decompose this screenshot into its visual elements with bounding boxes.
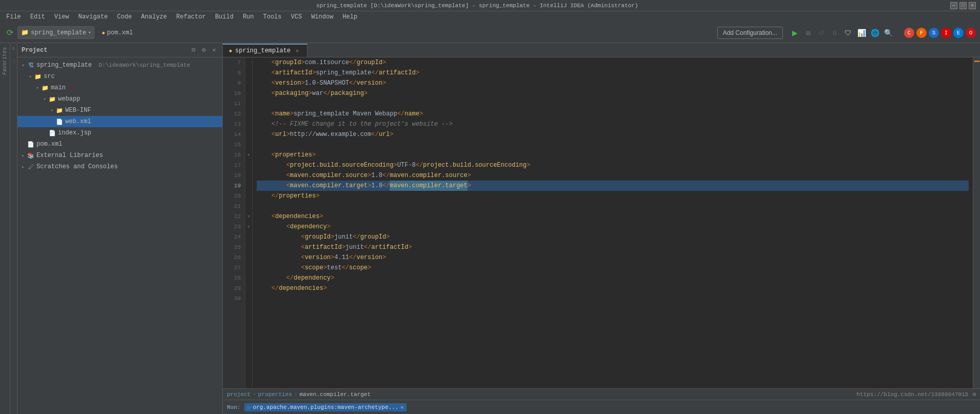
tree-item-ext-libs[interactable]: ▸ 📚 External Libraries bbox=[17, 150, 222, 161]
code-line-23: <dependency> bbox=[257, 222, 969, 232]
fold-space-17 bbox=[245, 160, 252, 170]
line-num-17: 17 bbox=[234, 160, 241, 170]
chrome-icon[interactable]: C bbox=[904, 28, 914, 38]
menu-code[interactable]: Code bbox=[113, 12, 136, 22]
tree-item-web-xml[interactable]: 📄 web.xml bbox=[17, 116, 222, 127]
tree-label-webapp: webapp bbox=[58, 95, 80, 103]
add-configuration-button[interactable]: Add Configuration... bbox=[717, 27, 783, 39]
menu-help[interactable]: Help bbox=[338, 12, 361, 22]
tab-close-btn[interactable]: ✕ bbox=[294, 47, 301, 54]
code-line-8: <artifactId>spring_template</artifactId> bbox=[257, 68, 969, 78]
editor-tab-spring-template[interactable]: ◆ spring_template ✕ bbox=[223, 44, 308, 57]
tree-label-main: main bbox=[51, 84, 66, 91]
favorites-bar: Favorites bbox=[0, 43, 10, 414]
run-close-btn[interactable]: ✕ bbox=[400, 404, 403, 410]
menu-tools[interactable]: Tools bbox=[259, 12, 286, 22]
fold-space-20 bbox=[245, 191, 252, 201]
minimize-btn[interactable]: ─ bbox=[950, 2, 957, 9]
collapse-all-btn[interactable]: ⊟ bbox=[189, 46, 198, 54]
open-browser-button[interactable]: 🌐 bbox=[869, 27, 880, 38]
fold-space-14 bbox=[245, 129, 252, 140]
fold-space-7 bbox=[245, 57, 252, 68]
coverage-button[interactable]: 🛡 bbox=[842, 27, 854, 38]
fold-btn-22[interactable]: ▿ bbox=[245, 211, 252, 222]
run-label: Run: bbox=[227, 404, 240, 410]
tree-item-webapp[interactable]: ▾ 📁 webapp bbox=[17, 93, 222, 105]
fold-btn-16[interactable]: ▿ bbox=[245, 150, 252, 160]
project-selector[interactable]: 📁 spring_template ▾ bbox=[17, 26, 94, 39]
menu-edit[interactable]: Edit bbox=[26, 12, 49, 22]
code-line-10: <packaging>war</packaging> bbox=[257, 88, 969, 98]
title-bar-controls[interactable]: ─ □ ✕ bbox=[950, 2, 976, 9]
search-everywhere-button[interactable]: 🔍 bbox=[882, 27, 894, 38]
tree-label-ext-libs: External Libraries bbox=[36, 152, 103, 159]
tree-label-pom: pom.xml bbox=[36, 141, 62, 148]
webapp-folder-icon: 📁 bbox=[48, 95, 56, 103]
project-label: spring_template bbox=[31, 29, 86, 36]
code-content[interactable]: <groupId>com.itsource</groupId> <artifac… bbox=[253, 57, 973, 388]
menu-analyze[interactable]: Analyze bbox=[137, 12, 171, 22]
fold-gutter: ▿ ▿ ▿ bbox=[245, 57, 253, 388]
editor-area: ◆ spring_template ✕ 7 8 9 10 11 12 13 14… bbox=[223, 43, 980, 414]
close-btn[interactable]: ✕ bbox=[969, 2, 976, 9]
fold-space-29 bbox=[245, 283, 252, 293]
opera-icon[interactable]: O bbox=[966, 28, 976, 38]
tree-item-index-jsp[interactable]: 📄 index.jsp bbox=[17, 127, 222, 139]
web-xml-icon: 📄 bbox=[55, 117, 64, 126]
menu-build[interactable]: Build bbox=[211, 12, 238, 22]
menu-run[interactable]: Run bbox=[239, 12, 258, 22]
menu-bar: File Edit View Navigate Code Analyze Ref… bbox=[0, 11, 980, 23]
project-panel: Project ⊟ ⚙ ✕ ▾ 🏗 spring_template D:\ide… bbox=[17, 43, 223, 414]
project-icon: 📁 bbox=[21, 29, 29, 36]
favorites-item[interactable]: Favorites bbox=[1, 43, 9, 79]
project-view-icon[interactable]: 1 bbox=[11, 45, 17, 51]
ie-icon[interactable]: I bbox=[941, 28, 951, 38]
menu-navigate[interactable]: Navigate bbox=[74, 12, 112, 22]
update-project-icon[interactable]: ⟳ bbox=[4, 27, 15, 38]
tree-label-web-xml: web.xml bbox=[65, 118, 91, 125]
tree-item-main[interactable]: ▾ 📁 main ← bbox=[17, 82, 222, 93]
stop-button[interactable]: ⏹ bbox=[802, 27, 814, 38]
gutter-indicator bbox=[974, 61, 979, 62]
tree-item-scratches[interactable]: ▸ 🖊 Scratches and Consoles bbox=[17, 161, 222, 172]
line-num-27: 27 bbox=[234, 263, 241, 273]
safari-icon[interactable]: S bbox=[929, 28, 939, 38]
edge-icon[interactable]: E bbox=[953, 28, 964, 38]
menu-window[interactable]: Window bbox=[307, 12, 337, 22]
menu-file[interactable]: File bbox=[2, 12, 25, 22]
line-num-16: 16 bbox=[234, 150, 241, 160]
main-folder-icon: 📁 bbox=[41, 84, 49, 92]
fold-btn-23[interactable]: ▿ bbox=[245, 222, 252, 232]
pom-tab[interactable]: ◆ pom.xml bbox=[99, 27, 136, 38]
maximize-btn[interactable]: □ bbox=[959, 2, 967, 9]
structure-icon[interactable]: ⋮ bbox=[11, 57, 17, 64]
tree-item-spring-template[interactable]: ▾ 🏗 spring_template D:\ideaWork\spring_t… bbox=[17, 60, 222, 71]
menu-refactor[interactable]: Refactor bbox=[172, 12, 210, 22]
tree-item-pom[interactable]: 📄 pom.xml bbox=[17, 139, 222, 150]
code-line-25: <artifactId>junit</artifactId> bbox=[257, 242, 969, 252]
profile-button[interactable]: 📊 bbox=[856, 27, 867, 38]
line-num-22: 22 bbox=[234, 211, 241, 222]
menu-view[interactable]: View bbox=[50, 12, 73, 22]
close-panel-btn[interactable]: ✕ bbox=[210, 46, 218, 54]
rerun-button[interactable]: ↺ bbox=[816, 27, 827, 38]
breadcrumb-project[interactable]: project bbox=[227, 391, 251, 398]
code-line-24: <groupId>junit</groupId> bbox=[257, 232, 969, 242]
line-num-7: 7 bbox=[237, 57, 241, 68]
settings-icon[interactable]: ⚙ bbox=[972, 391, 976, 398]
settings-btn[interactable]: ⚙ bbox=[200, 46, 208, 54]
tree-arrow-ext-libs: ▸ bbox=[20, 152, 27, 159]
code-line-22: <dependencies> bbox=[257, 211, 969, 222]
pause-button[interactable]: ⏸ bbox=[829, 27, 840, 38]
tree-item-web-inf[interactable]: ▾ 📁 WEB-INF bbox=[17, 105, 222, 116]
firefox-icon[interactable]: F bbox=[916, 28, 927, 38]
run-button[interactable]: ▶ bbox=[789, 27, 800, 38]
menu-vcs[interactable]: VCS bbox=[287, 12, 306, 22]
tree-item-src[interactable]: ▾ 📁 src bbox=[17, 71, 222, 82]
toolbar: ⟳ 📁 spring_template ▾ ◆ pom.xml Add Conf… bbox=[0, 23, 980, 43]
run-process[interactable]: ▷ org.apache.maven.plugins:maven-archety… bbox=[244, 403, 407, 411]
tree-arrow: ▾ bbox=[20, 62, 27, 69]
breadcrumb-properties[interactable]: properties bbox=[258, 391, 292, 398]
tab-label: spring_template bbox=[235, 47, 291, 54]
breadcrumb-target[interactable]: maven.compiler.target bbox=[299, 391, 371, 398]
